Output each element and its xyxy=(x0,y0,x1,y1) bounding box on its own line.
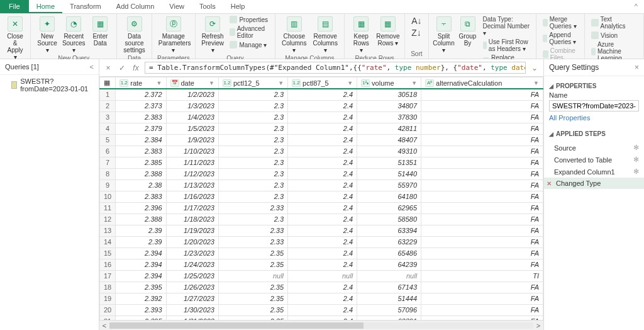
data-cell[interactable]: 2.4 xyxy=(288,293,357,304)
formula-fx-icon[interactable]: fx xyxy=(131,63,141,73)
row-number-cell[interactable]: 8 xyxy=(100,168,116,179)
delete-step-icon[interactable]: ✕ xyxy=(547,180,552,187)
data-cell[interactable]: 2.3 xyxy=(218,89,287,100)
data-cell[interactable]: 1/5/2023 xyxy=(166,123,218,134)
data-cell[interactable]: 2.35 xyxy=(218,248,287,259)
choose-columns-button[interactable]: ▥Choose Columns ▾ xyxy=(279,15,309,55)
data-cell[interactable]: 2.395 xyxy=(116,282,166,293)
data-cell[interactable]: 2.393 xyxy=(116,304,166,316)
data-cell[interactable]: 2.4 xyxy=(288,111,357,123)
data-cell[interactable]: 2.35 xyxy=(218,293,287,304)
step-settings-gear-icon[interactable]: ✻ xyxy=(633,156,639,164)
query-item[interactable]: SWESTR?fromDate=2023-01-01 xyxy=(0,75,99,95)
row-number-cell[interactable]: 16 xyxy=(100,259,116,270)
tab-home[interactable]: Home xyxy=(29,0,62,13)
data-cell[interactable]: 2.38 xyxy=(116,179,166,191)
filter-dropdown-icon[interactable]: ▼ xyxy=(411,80,417,86)
row-number-cell[interactable]: 4 xyxy=(100,123,116,134)
data-cell[interactable]: 1/10/2023 xyxy=(166,145,218,157)
step-settings-gear-icon[interactable]: ✻ xyxy=(633,168,639,176)
data-cell[interactable]: FA xyxy=(421,316,543,320)
applied-step[interactable]: Source✻ xyxy=(544,142,644,154)
properties-caret-icon[interactable]: ◢ xyxy=(549,83,553,89)
table-row[interactable]: 182.3951/26/20232.352.467143FA xyxy=(100,282,543,293)
data-cell[interactable]: FA xyxy=(421,259,543,270)
data-cell[interactable]: FA xyxy=(421,123,543,134)
data-cell[interactable]: 2.4 xyxy=(288,304,357,316)
close-apply-button[interactable]: ✕Close & Apply ▾ xyxy=(4,15,26,62)
table-row[interactable]: 72.3851/11/20232.32.451351FA xyxy=(100,157,543,168)
horizontal-scrollbar[interactable]: < > xyxy=(99,320,543,330)
data-cell[interactable]: 2.4 xyxy=(288,213,357,225)
tab-view[interactable]: View xyxy=(162,0,192,13)
first-row-headers-button[interactable]: Use First Row as Headers ▾ xyxy=(480,38,533,53)
type-icon[interactable]: 1²₃ xyxy=(361,79,370,87)
tab-transform[interactable]: Transform xyxy=(62,0,109,13)
data-cell[interactable]: 2.4 xyxy=(288,259,357,270)
table-row[interactable]: 162.3941/24/20232.352.464239FA xyxy=(100,259,543,270)
data-cell[interactable]: 2.4 xyxy=(288,179,357,191)
data-cell[interactable]: 2.388 xyxy=(116,213,166,225)
data-cell[interactable]: FA xyxy=(421,145,543,157)
data-cell[interactable]: 37830 xyxy=(357,111,421,123)
column-header-date[interactable]: 📅date▼ xyxy=(166,77,218,89)
data-cell[interactable]: 1/2/2023 xyxy=(166,89,218,100)
table-row[interactable]: 102.3831/16/20232.32.464180FA xyxy=(100,191,543,202)
step-settings-gear-icon[interactable]: ✻ xyxy=(633,144,639,152)
data-cell[interactable]: 2.4 xyxy=(288,316,357,320)
type-icon[interactable]: 1.2 xyxy=(223,79,231,87)
data-cell[interactable]: 2.4 xyxy=(288,100,357,111)
data-cell[interactable]: TI xyxy=(421,270,543,282)
data-cell[interactable]: 1/30/2023 xyxy=(166,304,218,316)
tab-add-column[interactable]: Add Column xyxy=(109,0,162,13)
manage-parameters-button[interactable]: ⓟManage Parameters ▾ xyxy=(156,15,191,55)
table-row[interactable]: 142.391/20/20232.332.463229FA xyxy=(100,236,543,248)
data-cell[interactable]: 2.383 xyxy=(116,111,166,123)
table-row[interactable]: 42.3791/5/20232.32.442811FA xyxy=(100,123,543,134)
data-cell[interactable]: FA xyxy=(421,191,543,202)
merge-queries-button[interactable]: Merge Queries ▾ xyxy=(540,15,580,30)
data-cell[interactable]: 1/13/2023 xyxy=(166,179,218,191)
data-cell[interactable]: 2.3 xyxy=(218,157,287,168)
data-cell[interactable]: 2.394 xyxy=(116,270,166,282)
steps-caret-icon[interactable]: ◢ xyxy=(549,131,553,137)
split-column-button[interactable]: ⫟Split Column ▾ xyxy=(433,15,455,55)
row-number-cell[interactable]: 6 xyxy=(100,145,116,157)
type-icon[interactable]: Aᴮ xyxy=(425,79,434,87)
row-number-cell[interactable]: 3 xyxy=(100,111,116,123)
data-cell[interactable]: 2.39 xyxy=(116,225,166,236)
enter-data-button[interactable]: ▦Enter Data xyxy=(87,15,113,48)
row-number-cell[interactable]: 20 xyxy=(100,304,116,316)
data-cell[interactable]: 2.394 xyxy=(116,259,166,270)
data-cell[interactable]: 42811 xyxy=(357,123,421,134)
data-cell[interactable]: 1/16/2023 xyxy=(166,191,218,202)
data-cell[interactable]: 2.373 xyxy=(116,100,166,111)
applied-step[interactable]: ✕Changed Type xyxy=(544,178,644,189)
data-cell[interactable]: 2.4 xyxy=(288,145,357,157)
row-number-cell[interactable]: 19 xyxy=(100,293,116,304)
type-icon[interactable]: 1.2 xyxy=(119,79,128,87)
data-cell[interactable]: FA xyxy=(421,89,543,100)
data-cell[interactable]: 2.379 xyxy=(116,123,166,134)
data-cell[interactable]: 48407 xyxy=(357,134,421,145)
data-cell[interactable]: 2.4 xyxy=(288,157,357,168)
data-cell[interactable]: 2.4 xyxy=(288,191,357,202)
column-header-pctl12_5[interactable]: 1.2pctl12_5▼ xyxy=(218,77,287,89)
data-cell[interactable]: FA xyxy=(421,248,543,259)
data-cell[interactable]: 55970 xyxy=(357,179,421,191)
data-cell[interactable]: 2.3 xyxy=(218,111,287,123)
data-cell[interactable]: FA xyxy=(421,157,543,168)
append-queries-button[interactable]: Append Queries ▾ xyxy=(540,31,580,46)
data-source-settings-button[interactable]: ⚙Data source settings xyxy=(121,15,147,55)
sort-desc-button[interactable]: Z↓ xyxy=(409,27,424,38)
data-cell[interactable]: 2.4 xyxy=(288,89,357,100)
advanced-editor-button[interactable]: Advanced Editor xyxy=(227,25,271,40)
data-cell[interactable]: 2.3 xyxy=(218,145,287,157)
filter-dropdown-icon[interactable]: ▼ xyxy=(157,80,162,86)
keep-rows-button[interactable]: ▦Keep Rows ▾ xyxy=(348,15,374,55)
all-properties-link[interactable]: All Properties xyxy=(549,114,639,122)
data-grid-scroll[interactable]: ▦1.2rate▼📅date▼1.2pctl12_5▼1.2pctl87_5▼1… xyxy=(99,77,543,320)
data-cell[interactable]: FA xyxy=(421,304,543,316)
table-row[interactable]: 32.3831/4/20232.32.437830FA xyxy=(100,111,543,123)
row-number-cell[interactable]: 9 xyxy=(100,179,116,191)
